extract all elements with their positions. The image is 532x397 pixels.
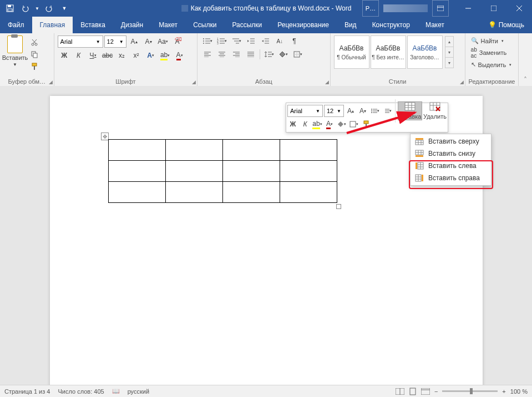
table-move-handle[interactable]: ✥ [101,133,109,140]
borders-button[interactable]: ▾ [291,49,305,60]
shading-button[interactable]: ▾ [277,49,290,60]
spellcheck-icon[interactable]: 📖 [112,388,120,395]
align-center-button[interactable] [215,49,229,60]
zoom-out-button[interactable]: − [434,388,438,395]
cut-button[interactable] [28,37,41,48]
font-name-combo[interactable]: Arial▼ [58,35,103,48]
insert-right-item[interactable]: Вставить справа [411,172,491,184]
tab-view[interactable]: Вид [337,17,364,33]
maximize-button[interactable] [481,0,506,17]
tab-review[interactable]: Рецензирование [270,17,337,33]
italic-button[interactable]: К [72,50,85,61]
align-right-button[interactable] [230,49,243,60]
styles-launcher[interactable]: ◢ [460,79,464,85]
mini-shading[interactable]: ▾ [336,119,347,130]
mini-insert-button[interactable]: Вставка [398,101,422,120]
mini-shrink-font[interactable]: A▾ [357,105,368,116]
paragraph-launcher[interactable]: ◢ [325,79,329,85]
numbering-button[interactable]: 123▾ [215,35,229,47]
collapse-ribbon-button[interactable]: ˄ [519,33,532,86]
redo-button[interactable] [42,2,55,15]
find-button[interactable]: 🔍Найти▾ [469,37,515,45]
mini-borders[interactable]: ▾ [348,119,359,130]
highlight-button[interactable]: ab▾ [159,50,172,61]
tab-table-constructor[interactable]: Конструктор [364,17,418,33]
style-nospacing[interactable]: АаБбВв¶ Без инте… [371,35,406,69]
mini-format-painter[interactable] [361,119,372,130]
font-size-combo[interactable]: 12▼ [104,35,126,48]
table-row[interactable] [108,140,337,161]
mini-bold[interactable]: Ж [287,119,298,130]
language-indicator[interactable]: русский [128,388,149,395]
qat-customize[interactable]: ▼ [58,2,71,15]
justify-button[interactable] [244,49,257,60]
zoom-slider[interactable] [442,390,498,392]
ribbon-display-options[interactable]: Р… [362,0,379,17]
font-launcher[interactable]: ◢ [192,79,196,85]
document-table[interactable] [108,139,337,203]
minimize-button[interactable] [455,0,481,17]
mini-font-combo[interactable]: Arial▼ [287,105,323,117]
table-row[interactable] [108,182,337,203]
tab-table-layout[interactable]: Макет [418,17,452,33]
select-button[interactable]: ↖Выделить▾ [469,60,515,69]
table-resize-handle[interactable] [336,204,341,209]
show-marks-button[interactable]: ¶ [287,35,301,47]
copy-button[interactable] [28,49,41,60]
change-case-button[interactable]: Aa▾ [156,36,170,47]
web-layout-button[interactable] [421,388,430,395]
read-mode-button[interactable] [396,388,404,395]
tell-me[interactable]: 💡Помощь [480,17,532,33]
bullets-button[interactable]: ▾ [201,35,214,47]
styles-gallery-buttons[interactable]: ▴▾▾ [445,36,454,68]
tab-home[interactable]: Главная [32,17,73,33]
line-spacing-button[interactable]: ▾ [262,49,276,60]
zoom-in-button[interactable]: + [502,388,505,395]
document-area[interactable]: ✥ [0,86,532,385]
mini-font-color[interactable]: A▾ [324,119,335,130]
mini-numbering[interactable]: ▾ [382,105,393,116]
zoom-level[interactable]: 100 % [510,388,528,395]
clipboard-launcher[interactable]: ◢ [49,79,53,85]
sort-button[interactable]: A↓ [273,35,286,47]
multilevel-list-button[interactable]: ▾ [230,35,243,47]
tab-file[interactable]: Файл [0,17,32,33]
ribbon-layout-button[interactable] [432,0,449,17]
insert-above-item[interactable]: Вставить сверху [411,135,491,147]
superscript-button[interactable]: x² [130,50,143,61]
page-indicator[interactable]: Страница 1 из 4 [4,388,50,395]
word-count[interactable]: Число слов: 405 [58,388,104,395]
save-button[interactable] [3,2,17,15]
bold-button[interactable]: Ж [58,50,71,61]
format-painter-button[interactable] [28,61,41,72]
increase-indent-button[interactable] [259,35,272,47]
tab-references[interactable]: Ссылки [185,17,224,33]
clear-formatting-button[interactable]: A⌫ [171,36,184,47]
mini-bullets[interactable]: ▾ [369,105,381,116]
mini-highlight[interactable]: ab▾ [312,119,323,130]
mini-delete-button[interactable]: Удалить [423,102,447,120]
underline-button[interactable]: Ч▾ [87,50,100,61]
sign-in-placeholder[interactable] [383,4,428,12]
undo-dropdown[interactable]: ▼ [34,2,40,15]
shrink-font-button[interactable]: A▾ [142,36,155,47]
grow-font-button[interactable]: A▴ [128,36,141,47]
tab-insert[interactable]: Вставка [73,17,113,33]
table-row[interactable] [108,161,337,182]
tab-mailings[interactable]: Рассылки [224,17,270,33]
text-effects-button[interactable]: A▾ [144,50,158,61]
subscript-button[interactable]: x₂ [115,50,129,61]
print-layout-button[interactable] [409,388,417,395]
decrease-indent-button[interactable] [244,35,257,47]
undo-button[interactable] [19,2,32,15]
strikethrough-button[interactable]: abc [101,50,114,61]
tab-layout[interactable]: Макет [151,17,185,33]
tab-design[interactable]: Дизайн [113,17,151,33]
mini-italic[interactable]: К [300,119,311,130]
mini-grow-font[interactable]: A▴ [345,105,356,116]
align-left-button[interactable] [201,49,214,60]
style-normal[interactable]: АаБбВв¶ Обычный [334,35,369,69]
style-heading1[interactable]: АаБбВвЗаголово… [407,35,443,69]
close-button[interactable] [506,0,532,17]
paste-button[interactable]: Вставить ▼ [3,35,27,67]
